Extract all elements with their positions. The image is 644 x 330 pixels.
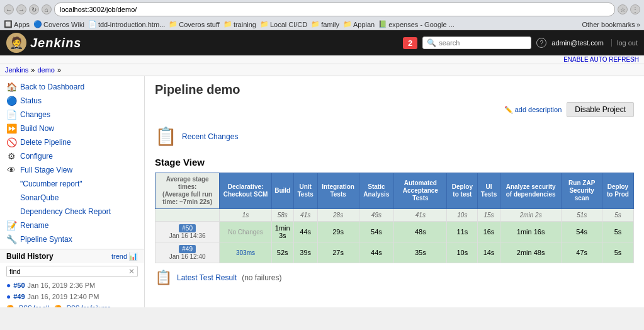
build-50-badge[interactable]: #50	[179, 224, 196, 232]
stage-header-7: UI Tests	[478, 173, 500, 209]
help-button[interactable]: ?	[536, 38, 546, 48]
bookmark-appian[interactable]: 📁 Appian	[343, 20, 375, 28]
build-49-time-10[interactable]: 5s	[602, 242, 633, 263]
notification-badge[interactable]: 2	[403, 37, 417, 49]
bookmark-tdd[interactable]: 📄 tdd-introduction.htm...	[88, 20, 165, 28]
build-49-time-9[interactable]: 47s	[562, 242, 602, 263]
build-49-time-1[interactable]: 52s	[271, 242, 293, 263]
rss-all-link[interactable]: RSS for all	[19, 305, 49, 307]
build-49-time-8[interactable]: 2min 48s	[500, 242, 562, 263]
breadcrumb-jenkins[interactable]: Jenkins	[5, 66, 28, 74]
bookmark-expenses[interactable]: 📗 expenses - Google ...	[378, 20, 455, 28]
star-button[interactable]: ☆	[618, 4, 628, 14]
stage-header-5: Automated Acceptance Tests	[394, 173, 447, 209]
forward-button[interactable]: →	[16, 4, 26, 14]
sidebar-item-sonarqube[interactable]: SonarQube	[0, 191, 144, 205]
build-50-time-4[interactable]: 54s	[359, 222, 394, 242]
build-50-time-8[interactable]: 1min 16s	[500, 222, 562, 242]
breadcrumb-demo[interactable]: demo	[37, 66, 55, 74]
build-49-date-cell: Jan 16 12:40	[169, 253, 206, 260]
build-49-time-3[interactable]: 27s	[317, 242, 359, 263]
url-bar[interactable]	[54, 3, 615, 16]
build-50-time-9[interactable]: 54s	[562, 222, 602, 242]
build-50-time-3[interactable]: 29s	[317, 222, 359, 242]
build-50-time-1[interactable]: 1min 3s	[271, 222, 293, 242]
sidebar-item-pipeline-syntax[interactable]: 🔧 Pipeline Syntax	[0, 232, 144, 246]
build-50-time-10[interactable]: 5s	[602, 222, 633, 242]
build-49-time-2[interactable]: 39s	[293, 242, 317, 263]
auto-refresh-link[interactable]: ENABLE AUTO REFRESH	[563, 56, 639, 63]
build-49-row: #49 Jan 16 12:40 303ms 52s 39s 27s 44s 3…	[155, 242, 634, 263]
recent-changes-section: 📋 Recent Changes	[155, 122, 634, 151]
avg-time-5: 41s	[394, 209, 447, 222]
build-49-badge[interactable]: #49	[179, 245, 196, 253]
cucumber-icon	[6, 179, 16, 189]
bookmark-apps[interactable]: 🔲 Apps	[4, 20, 30, 28]
find-box: ✕	[6, 266, 138, 277]
sidebar-item-build-now[interactable]: ⏩ Build Now	[0, 122, 144, 135]
bookmark-wiki[interactable]: 🔵 Coveros Wiki	[33, 20, 84, 28]
build-49-link[interactable]: #49	[13, 293, 25, 300]
rss-icon-failures: 🟠	[54, 305, 62, 307]
main-content: Pipeline demo ✏️ add description Disable…	[145, 76, 644, 307]
sidebar-item-dependency-check[interactable]: Dependency Check Report	[0, 205, 144, 219]
jenkins-avatar: 🤵	[6, 33, 26, 53]
add-description-link[interactable]: ✏️ add description	[504, 106, 562, 114]
home-button[interactable]: ⌂	[42, 4, 52, 14]
status-icon: 🔵	[6, 96, 16, 106]
build-49-time-7[interactable]: 14s	[478, 242, 500, 263]
test-icon: 📋	[155, 270, 172, 286]
build-50-link[interactable]: #50	[13, 282, 25, 289]
build-item-50: ● #50 Jan 16, 2019 2:36 PM	[0, 280, 144, 291]
build-history-header: Build History trend 📊	[0, 249, 144, 263]
back-button[interactable]: ←	[4, 4, 14, 14]
bookmark-training[interactable]: 📁 training	[223, 20, 256, 28]
configure-icon: ⚙	[6, 151, 16, 161]
find-clear-button[interactable]: ✕	[126, 267, 137, 276]
rss-links: 🟠 RSS for all 🟠 RSS for failures	[0, 302, 144, 307]
search-box: 🔍	[422, 37, 531, 49]
jenkins-logo: 🤵 Jenkins	[6, 33, 81, 53]
build-49-time-5[interactable]: 35s	[394, 242, 447, 263]
build-49-time-4[interactable]: 44s	[359, 242, 394, 263]
sidebar-item-delete-pipeline[interactable]: 🚫 Delete Pipeline	[0, 135, 144, 149]
build-50-row: #50 Jan 16 14:36 No Changes 1min 3s 44s …	[155, 222, 634, 242]
disable-project-button[interactable]: Disable Project	[567, 102, 634, 117]
search-input[interactable]	[439, 39, 527, 47]
sidebar-item-full-stage-view[interactable]: 👁 Full Stage View	[0, 163, 144, 177]
bookmark-coveros[interactable]: 📁 Coveros stuff	[169, 20, 220, 28]
sidebar-item-rename[interactable]: 📝 Rename	[0, 219, 144, 232]
edit-icon: ✏️	[504, 106, 513, 114]
build-50-time-5[interactable]: 48s	[394, 222, 447, 242]
avg-time-4: 49s	[359, 209, 394, 222]
avg-time-1: 58s	[271, 209, 293, 222]
build-50-time-7[interactable]: 16s	[478, 222, 500, 242]
build-50-time-6[interactable]: 11s	[447, 222, 478, 242]
sidebar-item-configure[interactable]: ⚙ Configure	[0, 149, 144, 163]
build-49-time-6[interactable]: 10s	[447, 242, 478, 263]
other-bookmarks[interactable]: Other bookmarks »	[582, 21, 641, 28]
stage-view-icon: 👁	[6, 165, 16, 175]
sidebar-item-dashboard[interactable]: 🏠 Back to Dashboard	[0, 80, 144, 94]
menu-button[interactable]: ⋮	[630, 4, 640, 14]
user-email: admin@test.com	[551, 39, 604, 47]
stage-header-9: Run ZAP Security scan	[562, 173, 602, 209]
build-49-commit[interactable]: 303ms	[220, 242, 271, 263]
refresh-button[interactable]: ↻	[29, 4, 39, 14]
sidebar-item-cucumber[interactable]: "Cucumber report"	[0, 177, 144, 191]
stage-header-10: Deploy to Prod	[602, 173, 633, 209]
find-input[interactable]	[7, 266, 126, 276]
sidebar-item-changes[interactable]: 📄 Changes	[0, 108, 144, 122]
rss-failures-link[interactable]: RSS for failures	[67, 305, 111, 307]
bookmark-family[interactable]: 📁 family	[311, 20, 339, 28]
sidebar-item-status[interactable]: 🔵 Status	[0, 94, 144, 108]
jenkins-title: Jenkins	[30, 36, 81, 50]
build-50-time-2[interactable]: 44s	[293, 222, 317, 242]
breadcrumb-sep2: »	[57, 66, 61, 74]
trend-link[interactable]: trend	[111, 253, 127, 260]
recent-changes-link[interactable]: Recent Changes	[182, 132, 238, 141]
logout-button[interactable]: log out	[611, 39, 638, 47]
bookmark-local-ci[interactable]: 📁 Local CI/CD	[260, 20, 307, 28]
latest-test-link[interactable]: Latest Test Result	[177, 273, 237, 282]
build-item-49: ● #49 Jan 16, 2019 12:40 PM	[0, 291, 144, 302]
